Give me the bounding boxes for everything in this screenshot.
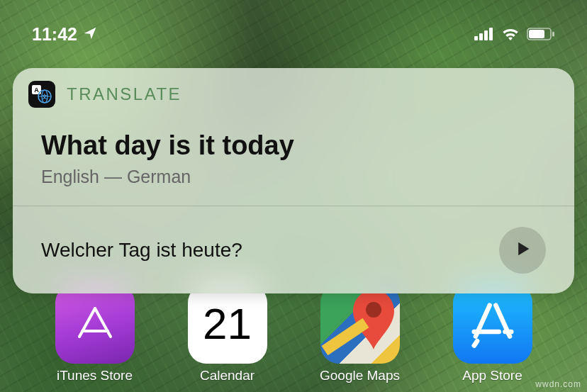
status-left: 11:42 [32,24,97,45]
svg-point-13 [366,302,381,318]
status-time: 11:42 [32,24,77,45]
status-right [474,24,555,45]
app-label: App Store [462,368,522,383]
svg-text:文: 文 [41,94,47,100]
location-icon [83,24,97,45]
translated-text: Welcher Tag ist heute? [41,239,242,262]
app-label: Calendar [200,368,255,383]
wifi-icon [501,24,520,45]
card-app-title: TRANSLATE [67,84,181,104]
play-button[interactable] [499,227,546,274]
battery-icon [527,24,555,45]
play-icon [513,239,532,262]
app-google-maps[interactable]: Google Maps [311,284,410,383]
source-text: What day is it today [41,130,546,161]
itunes-store-icon [55,284,135,364]
calendar-icon: 21 [188,284,267,364]
home-row: iTunes Store 21 Calendar Google Maps [0,284,587,383]
svg-rect-0 [474,36,478,40]
watermark: wwdn.com [535,379,581,389]
svg-rect-14 [321,318,369,355]
calendar-day-number: 21 [203,302,252,346]
translate-app-icon: A 文 [28,81,55,108]
card-source-section: What day is it today English — German [13,108,574,203]
app-app-store[interactable]: App Store [443,284,542,383]
svg-rect-3 [489,28,493,40]
svg-rect-6 [552,32,554,37]
status-bar: 11:42 [0,24,587,45]
app-calendar[interactable]: 21 Calendar [178,284,277,383]
app-label: iTunes Store [57,368,133,383]
svg-rect-2 [484,30,488,40]
translate-card: A 文 TRANSLATE What day is it today Engli… [13,68,574,293]
app-itunes-store[interactable]: iTunes Store [45,284,145,383]
google-maps-icon [320,284,400,364]
svg-rect-1 [479,33,483,40]
app-label: Google Maps [320,368,400,383]
app-store-icon [453,284,532,364]
language-pair: English — German [41,167,546,187]
cellular-icon [474,24,494,45]
svg-rect-5 [529,30,544,38]
svg-text:A: A [34,86,39,94]
card-translation-section: Welcher Tag ist heute? [13,206,574,293]
card-header: A 文 TRANSLATE [13,68,574,108]
